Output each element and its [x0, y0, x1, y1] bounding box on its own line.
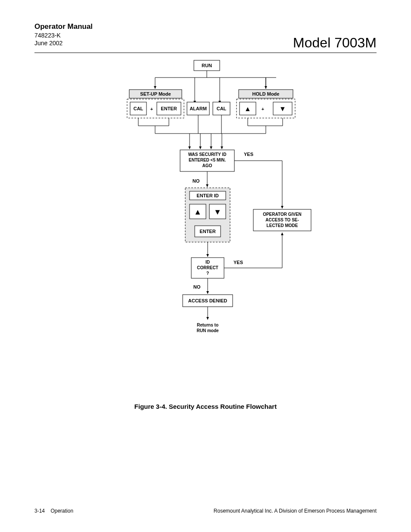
- footer-section: Operation: [50, 508, 73, 514]
- setup-mode-label: SET-UP Mode: [140, 91, 171, 96]
- security-q-l1: WAS SECURITY ID: [188, 152, 227, 157]
- idcorrect-l3: ?: [206, 271, 209, 276]
- idcorrect-l2: CORRECT: [197, 265, 218, 270]
- setup-plus-label: +: [150, 106, 153, 112]
- document-date: June 2002: [34, 40, 93, 47]
- header-left-block: Operator Manual 748223-K June 2002: [34, 22, 93, 47]
- enterid-up-icon: ▲: [194, 208, 202, 216]
- manual-title: Operator Manual: [34, 22, 93, 31]
- enterid-enter-label: ENTER: [199, 229, 215, 234]
- access-l3: LECTED MODE: [267, 223, 298, 228]
- idcorrect-l1: ID: [206, 260, 210, 264]
- idcorrect-no-label: NO: [193, 284, 201, 289]
- enter-id-label: ENTER ID: [196, 193, 218, 198]
- security-no-label: NO: [193, 178, 200, 184]
- security-q-l3: AGO: [202, 163, 212, 168]
- hold-up-icon: ▲: [244, 105, 251, 112]
- hold-plus-label: +: [262, 106, 264, 112]
- access-l1: OPERATOR GIVEN: [263, 212, 302, 217]
- security-yes-label: YES: [244, 152, 253, 157]
- document-number: 748223-K: [34, 32, 93, 39]
- alarm-label: ALARM: [190, 106, 207, 111]
- run-box-label: RUN: [202, 63, 212, 68]
- access-l2: ACCESS TO SE-: [265, 218, 299, 222]
- figure-caption: Figure 3-4. Security Access Routine Flow…: [0, 403, 411, 410]
- document-page: Operator Manual 748223-K June 2002 Model…: [0, 0, 411, 532]
- footer-right: Rosemount Analytical Inc. A Division of …: [214, 508, 377, 514]
- page-header: Operator Manual 748223-K June 2002 Model…: [34, 22, 377, 53]
- security-q-l2: ENTERED <5 MIN.: [189, 158, 226, 162]
- footer-left: 3-14 Operation: [34, 508, 73, 514]
- hold-down-icon: ▼: [279, 105, 286, 112]
- footer-page-number: 3-14: [34, 508, 45, 514]
- flowchart: RUN SET-UP Mode CAL + ENTER: [0, 56, 411, 375]
- model-number: Model 7003M: [293, 35, 377, 51]
- returns-l2: RUN mode: [196, 328, 219, 333]
- access-denied-label: ACCESS DENIED: [188, 298, 227, 303]
- returns-l1: Returns to: [197, 323, 218, 327]
- setup-enter-label: ENTER: [161, 106, 177, 111]
- enterid-down-icon: ▼: [214, 208, 221, 216]
- mid-cal-label: CAL: [217, 106, 227, 111]
- setup-cal-label: CAL: [134, 106, 143, 111]
- hold-mode-label: HOLD Mode: [252, 91, 280, 96]
- idcorrect-yes-label: YES: [234, 260, 243, 265]
